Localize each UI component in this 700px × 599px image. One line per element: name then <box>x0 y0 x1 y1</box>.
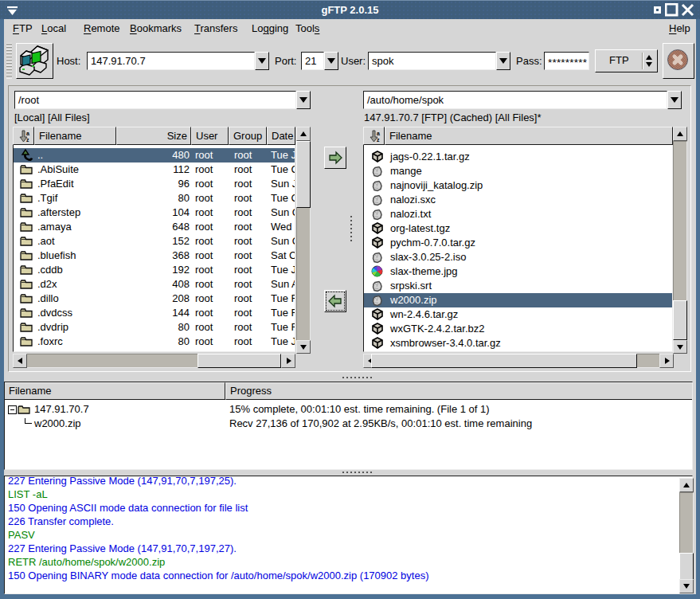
svg-text:z: z <box>377 137 380 143</box>
svg-text:a: a <box>377 131 380 136</box>
svg-text:z: z <box>26 137 29 143</box>
svg-text:a: a <box>26 131 29 136</box>
